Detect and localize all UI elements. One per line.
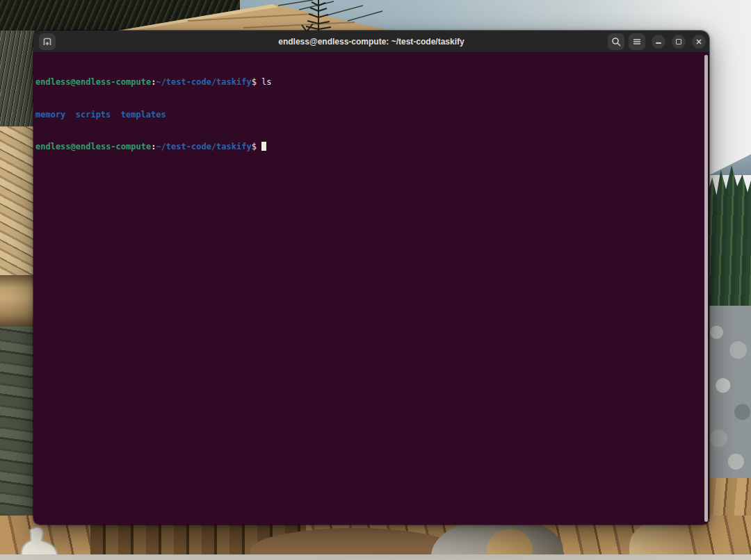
wallpaper-light-shingles (0, 126, 35, 275)
wallpaper-small-tree (299, 0, 335, 31)
terminal-window: endless@endless-compute: ~/test-code/tas… (33, 31, 709, 525)
minimize-button[interactable] (652, 35, 665, 49)
directory-entry: memory (35, 110, 65, 120)
typed-command: ls (261, 77, 271, 87)
terminal-line-prompt-command: endless@endless-compute:~/test-code/task… (35, 77, 704, 88)
wallpaper-wooden-roof (104, 0, 403, 31)
hamburger-menu-icon (632, 37, 642, 47)
wallpaper-log-beam (0, 275, 35, 327)
terminal-scrollbar[interactable] (704, 55, 708, 522)
directory-entry: scripts (76, 110, 111, 120)
terminal-line-ls-output: memoryscriptstemplates (35, 110, 704, 121)
prompt-symbol: $ (252, 142, 257, 151)
wallpaper-light-band (0, 554, 751, 560)
new-tab-button[interactable] (39, 33, 56, 50)
prompt-path: ~/test-code/taskify (156, 77, 251, 87)
prompt-user-host: endless@endless-compute (35, 142, 151, 151)
terminal-content[interactable]: endless@endless-compute:~/test-code/task… (33, 52, 709, 525)
titlebar[interactable]: endless@endless-compute: ~/test-code/tas… (33, 31, 709, 52)
wallpaper-dark-shingles (0, 327, 36, 535)
search-icon (611, 37, 621, 47)
terminal-cursor (261, 142, 266, 151)
wallpaper-evergreen-forest (708, 165, 751, 315)
new-tab-icon (42, 37, 52, 47)
close-icon: × (695, 38, 702, 46)
prompt-user-host: endless@endless-compute (35, 77, 151, 87)
menu-button[interactable] (629, 33, 645, 50)
maximize-icon (676, 39, 681, 44)
wallpaper-rocky-slope (708, 306, 751, 483)
terminal-line-current-prompt: endless@endless-compute:~/test-code/task… (35, 142, 704, 153)
directory-entry: templates (121, 110, 166, 120)
maximize-button[interactable] (672, 35, 686, 49)
wallpaper-twig-strip (0, 31, 35, 135)
prompt-path: ~/test-code/taskify (156, 142, 251, 151)
prompt-symbol: $ (252, 77, 257, 87)
close-button[interactable]: × (692, 35, 706, 49)
search-button[interactable] (608, 33, 624, 50)
minimize-icon (656, 42, 661, 44)
